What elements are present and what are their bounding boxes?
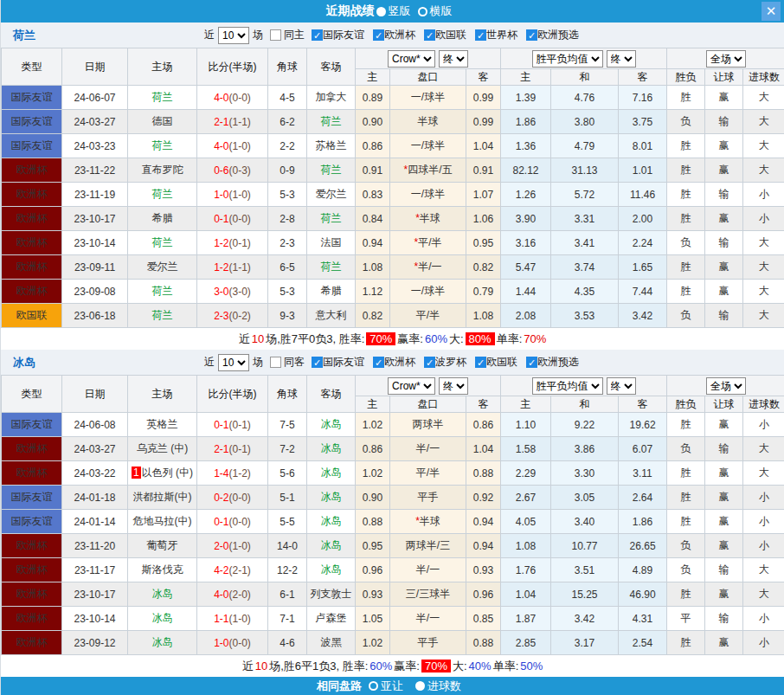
fulltime-score: 4-2: [214, 564, 228, 576]
col-odds-home: 主: [501, 396, 551, 413]
odds-home: 4.05: [501, 510, 551, 534]
vertical-layout-label[interactable]: 竖版: [389, 3, 411, 19]
league-checkbox[interactable]: ✓: [475, 357, 486, 368]
letball-cell: 输: [705, 183, 743, 207]
close-icon[interactable]: ✕: [762, 2, 781, 21]
league-checkbox-label[interactable]: 欧洲预选: [537, 355, 579, 370]
final-odds-select[interactable]: 终: [439, 377, 468, 395]
goals-cell: 小: [743, 631, 784, 655]
footer-radio[interactable]: [369, 681, 378, 691]
same-venue-label[interactable]: 同主: [284, 28, 305, 42]
footer-radio[interactable]: [415, 681, 425, 691]
match-date: 24-03-27: [62, 110, 128, 134]
league-checkbox-label[interactable]: 欧洲预选: [537, 28, 579, 42]
col-home: 主场: [128, 376, 197, 413]
fulltime-score: 2-1: [214, 443, 228, 455]
odds-draw: 3.30: [551, 461, 619, 486]
league-checkbox-label[interactable]: 国际友谊: [323, 28, 364, 42]
crow-home-odds: 1.08: [356, 255, 390, 280]
crow-header-cell: Crow*终: [356, 376, 501, 396]
handicap-label: 半/一: [416, 612, 440, 624]
home-team-label: 德国: [152, 115, 173, 127]
team-name: 荷兰: [13, 28, 35, 43]
fulltime-score: 0-1: [214, 419, 228, 431]
league-checkbox[interactable]: ✓: [424, 357, 435, 368]
handicap: *半球: [390, 207, 466, 231]
league-checkbox[interactable]: ✓: [312, 29, 323, 41]
odds-home: 2.08: [501, 304, 551, 328]
league-checkbox-label[interactable]: 世界杯: [486, 28, 517, 42]
league-checkbox[interactable]: ✓: [373, 357, 384, 368]
away-team: 荷兰: [307, 207, 356, 231]
horizontal-layout-radio[interactable]: [418, 7, 427, 16]
team-filter-bar: 荷兰近10场同主✓国际友谊✓欧洲杯✓欧国联✓世界杯✓欧洲预选: [1, 23, 784, 48]
odds-home: 2.29: [501, 461, 551, 486]
letball-cell: 赢: [705, 255, 743, 280]
crow-header-cell: Crow*终: [356, 48, 501, 69]
recent-count-select[interactable]: 10: [218, 354, 249, 371]
odds-draw: 3.41: [551, 231, 619, 255]
league-checkbox-label[interactable]: 欧洲杯: [384, 28, 415, 42]
recent-count-select[interactable]: 10: [218, 27, 249, 44]
league-badge: 欧洲杯: [2, 607, 62, 631]
league-checkbox[interactable]: ✓: [475, 29, 486, 41]
handicap-label: 一/球半: [411, 139, 445, 151]
league-checkbox[interactable]: ✓: [526, 357, 537, 368]
final-odds-select[interactable]: 终: [607, 377, 636, 395]
score: 3-0(3-0): [197, 280, 268, 304]
footer-radio-label[interactable]: 进球数: [427, 679, 461, 692]
summary-part: 10: [252, 332, 264, 345]
col-odds-draw: 和: [551, 69, 619, 86]
league-checkbox-label[interactable]: 国际友谊: [323, 355, 364, 370]
handicap: 两球半/三: [390, 534, 466, 558]
home-team-label: 洪都拉斯(中): [133, 491, 192, 503]
company-select[interactable]: Crow*: [388, 50, 435, 68]
away-team-label: 冰岛: [321, 467, 342, 479]
footer-radio-label[interactable]: 亚让: [381, 679, 403, 692]
matches-table: 类型日期主场比分(半场)角球客场Crow*终胜平负均值终全场主盘口客主和客胜负让…: [1, 48, 784, 328]
wdl-average-select[interactable]: 胜平负均值: [532, 377, 603, 395]
result-cell: 胜: [667, 183, 705, 207]
same-venue-checkbox[interactable]: [270, 357, 281, 368]
league-checkbox-label[interactable]: 欧洲杯: [384, 355, 415, 370]
letball-cell: 赢: [705, 486, 743, 510]
result-cell: 胜: [667, 255, 705, 280]
horizontal-layout-label[interactable]: 横版: [430, 3, 453, 19]
odds-home: 5.47: [501, 255, 551, 280]
col-result: 胜负: [667, 69, 705, 86]
company-select[interactable]: Crow*: [388, 377, 435, 395]
match-scope-select[interactable]: 全场: [706, 50, 746, 68]
letball-cell: 赢: [705, 631, 743, 655]
away-team-label: 冰岛: [321, 418, 342, 430]
same-venue-checkbox[interactable]: [270, 29, 281, 41]
footer-options: 亚让进球数: [363, 679, 468, 694]
league-checkbox[interactable]: ✓: [526, 29, 537, 41]
league-checkbox-label[interactable]: 波罗杯: [435, 355, 466, 370]
league-checkbox[interactable]: ✓: [424, 29, 435, 41]
vertical-layout-radio[interactable]: [376, 7, 386, 16]
col-odds-away: 客: [619, 396, 667, 413]
odds-home: 1.87: [501, 607, 551, 631]
home-team: 冰岛: [128, 582, 197, 607]
result-cell: 胜: [667, 486, 705, 510]
same-venue-label[interactable]: 同客: [284, 355, 305, 370]
league-checkbox[interactable]: ✓: [312, 357, 323, 368]
home-team-label: 冰岛: [152, 636, 173, 648]
final-odds-select[interactable]: 终: [607, 50, 636, 68]
home-team: 危地马拉(中): [128, 510, 197, 534]
final-odds-select[interactable]: 终: [439, 50, 468, 68]
league-checkbox-label[interactable]: 欧国联: [435, 28, 466, 42]
fulltime-score: 4-0: [214, 589, 228, 601]
handicap-label: 半/一: [418, 261, 441, 273]
fulltime-score: 4-0: [214, 140, 228, 152]
score: 1-4(1-2): [197, 461, 268, 486]
league-checkbox-label[interactable]: 欧国联: [486, 355, 517, 370]
summary-part: 大:: [449, 331, 464, 347]
crow-away-odds: 0.99: [466, 86, 501, 110]
match-row: 国际友谊24-06-07荷兰4-0(0-0)4-5加拿大0.89一/球半0.99…: [2, 86, 784, 110]
wdl-average-select[interactable]: 胜平负均值: [532, 50, 603, 68]
match-scope-select[interactable]: 全场: [706, 377, 746, 395]
league-checkbox[interactable]: ✓: [373, 29, 384, 41]
odds-draw: 3.42: [551, 607, 619, 631]
corner-score: 6-1: [268, 582, 307, 607]
